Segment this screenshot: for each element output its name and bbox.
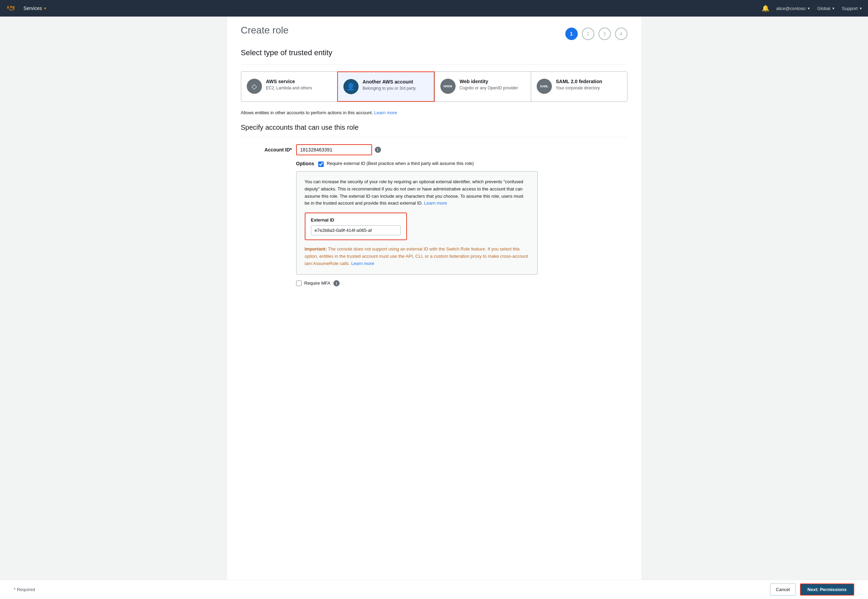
cancel-button[interactable]: Cancel <box>770 584 796 596</box>
entity-card-web-identity[interactable]: WWW Web identity Cognito or any OpenID p… <box>434 71 531 102</box>
section-divider-2 <box>241 137 627 137</box>
external-id-field-label: External ID <box>311 217 401 223</box>
important-text: Important: The console does not support … <box>305 246 529 267</box>
services-label: Services <box>24 6 42 11</box>
saml-subtitle: Your corporate directory <box>556 86 602 90</box>
person-icon: 👤 <box>347 83 355 91</box>
account-id-info-icon[interactable]: i <box>375 147 381 153</box>
saml-title: SAML 2.0 federation <box>556 79 602 84</box>
wizard-step-1[interactable]: 1 <box>565 28 578 40</box>
aws-service-icon: ◇ <box>247 79 262 94</box>
wizard-step-2[interactable]: 2 <box>582 28 594 40</box>
user-label: alice@contoso <box>776 6 806 11</box>
page-footer: * Required Cancel Next: Permissions <box>0 580 868 599</box>
saml-info: SAML 2.0 federation Your corporate direc… <box>556 79 602 90</box>
entity-card-saml[interactable]: SAML SAML 2.0 federation Your corporate … <box>531 71 627 102</box>
entity-card-another-aws-account[interactable]: 👤 Another AWS account Belonging to you o… <box>337 71 434 102</box>
region-label: Global <box>817 6 830 11</box>
external-id-box: You can increase the security of your ro… <box>296 171 538 275</box>
services-dropdown-icon: ▼ <box>44 6 47 11</box>
entity-info-text: Allows entities in other accounts to per… <box>241 110 627 115</box>
aws-logo[interactable] <box>6 4 18 12</box>
support-menu[interactable]: Support ▼ <box>842 6 862 11</box>
wizard-step-3[interactable]: 3 <box>598 28 611 40</box>
required-text: * Required <box>14 587 35 592</box>
another-aws-account-subtitle: Belonging to you or 3rd party <box>363 86 416 91</box>
account-id-input[interactable] <box>296 144 372 155</box>
web-identity-title: Web identity <box>460 79 518 84</box>
mfa-info-icon[interactable]: i <box>333 280 340 286</box>
nav-bar: Services ▼ 🔔 alice@contoso ▼ Global ▼ Su… <box>0 0 868 17</box>
wizard-steps: 1 2 3 4 <box>565 28 627 40</box>
next-permissions-button[interactable]: Next: Permissions <box>800 584 854 596</box>
external-id-input[interactable] <box>311 225 401 235</box>
aws-service-subtitle: EC2, Lambda and others <box>266 86 312 90</box>
region-dropdown-icon: ▼ <box>832 6 835 11</box>
mfa-row: Require MFA i <box>296 280 627 286</box>
external-id-learn-more-link[interactable]: Learn more <box>424 200 447 206</box>
account-id-label: Account ID* <box>241 147 296 152</box>
aws-service-icon-shape: ◇ <box>252 82 257 90</box>
require-external-id-checkbox[interactable] <box>318 161 324 167</box>
require-mfa-label[interactable]: Require MFA i <box>304 280 340 286</box>
page-header: Create role 1 2 3 4 <box>241 25 627 40</box>
entity-section-title: Select type of trusted entity <box>241 48 627 57</box>
footer-buttons: Cancel Next: Permissions <box>770 584 854 596</box>
entity-card-aws-service[interactable]: ◇ AWS service EC2, Lambda and others <box>241 71 337 102</box>
aws-service-info: AWS service EC2, Lambda and others <box>266 79 312 90</box>
web-identity-icon: WWW <box>440 79 455 94</box>
section-divider-1 <box>241 64 627 65</box>
require-external-id-wrap: Require external ID (Best practice when … <box>318 161 473 167</box>
entity-learn-more-link[interactable]: Learn more <box>374 110 397 115</box>
web-identity-subtitle: Cognito or any OpenID provider <box>460 86 518 90</box>
web-identity-info: Web identity Cognito or any OpenID provi… <box>460 79 518 90</box>
notifications-icon[interactable]: 🔔 <box>762 5 769 12</box>
support-dropdown-icon: ▼ <box>859 6 862 11</box>
another-aws-account-info: Another AWS account Belonging to you or … <box>363 79 416 91</box>
entity-cards: ◇ AWS service EC2, Lambda and others 👤 A… <box>241 71 627 102</box>
accounts-section-title: Specify accounts that can use this role <box>241 123 627 131</box>
aws-service-title: AWS service <box>266 79 312 84</box>
nav-right: 🔔 alice@contoso ▼ Global ▼ Support ▼ <box>762 5 862 12</box>
important-learn-more-link[interactable]: Learn more <box>351 261 374 266</box>
require-external-id-label[interactable]: Require external ID (Best practice when … <box>327 161 473 166</box>
user-dropdown-icon: ▼ <box>807 6 810 11</box>
external-id-inner: External ID <box>305 212 407 240</box>
wizard-step-4[interactable]: 4 <box>615 28 627 40</box>
saml-icon: SAML <box>536 79 552 94</box>
services-menu[interactable]: Services ▼ <box>24 6 47 11</box>
account-id-input-wrap: i <box>296 144 381 155</box>
account-id-row: Account ID* i <box>241 144 627 155</box>
another-aws-account-icon: 👤 <box>344 79 359 94</box>
main-content: Create role 1 2 3 4 Select type of trust… <box>227 17 641 599</box>
support-label: Support <box>842 6 858 11</box>
options-label: Options <box>296 161 314 166</box>
page-title: Create role <box>241 25 289 36</box>
user-menu[interactable]: alice@contoso ▼ <box>776 6 810 11</box>
another-aws-account-title: Another AWS account <box>363 79 416 84</box>
options-row: Options Require external ID (Best practi… <box>241 161 627 167</box>
require-mfa-checkbox[interactable] <box>296 280 301 286</box>
region-menu[interactable]: Global ▼ <box>817 6 835 11</box>
external-id-description: You can increase the security of your ro… <box>305 178 529 207</box>
important-label: Important: <box>305 246 327 251</box>
